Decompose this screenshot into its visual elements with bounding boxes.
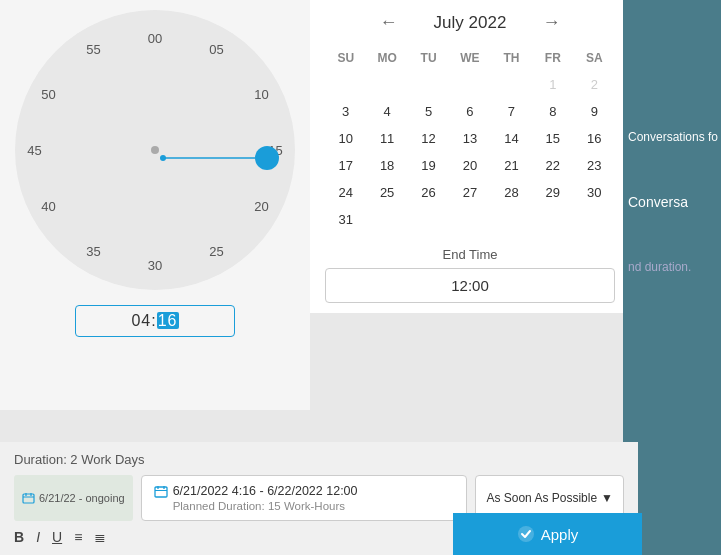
clock-face[interactable]: 00 05 10 15 20 25 30 35 40 45 50 55 [15,10,295,290]
calendar-day[interactable]: 14 [491,125,532,152]
clock-hands-svg [15,10,295,290]
date-range-calendar-icon [154,485,168,499]
svg-point-0 [151,146,159,154]
calendar-body: 1234567891011121314151617181920212223242… [325,71,615,233]
next-month-button[interactable]: → [536,10,566,35]
calendar-day[interactable]: 30 [574,179,615,206]
calendar-day[interactable]: 20 [449,152,490,179]
calendar-day[interactable]: 16 [574,125,615,152]
calendar-day[interactable]: 27 [449,179,490,206]
calendar-day [491,71,532,98]
calendar-day[interactable]: 23 [574,152,615,179]
calendar-day[interactable]: 2 [574,71,615,98]
cal-day-header: MO [366,47,407,71]
time-input-container[interactable]: 04:16 [75,305,235,337]
calendar-day[interactable]: 5 [408,98,449,125]
calendar-day[interactable]: 1 [532,71,573,98]
calendar-day [574,206,615,233]
dropdown-label: As Soon As Possible [486,491,597,505]
svg-rect-4 [23,494,34,503]
italic-button[interactable]: I [36,529,40,545]
main-container: 00 05 10 15 20 25 30 35 40 45 50 55 [0,0,721,555]
calendar-day[interactable]: 13 [449,125,490,152]
checkmark-icon [517,525,535,543]
calendar-week-row: 12 [325,71,615,98]
calendar-day [532,206,573,233]
calendar-day[interactable]: 3 [325,98,366,125]
apply-label: Apply [541,526,579,543]
duration-text: Duration: 2 Work Days [14,452,624,467]
calendar-week-row: 10111213141516 [325,125,615,152]
calendar-grid: SUMOTUWETHFRSA 1234567891011121314151617… [325,47,615,233]
end-time-section: End Time 12:00 [325,247,615,303]
calendar-week-row: 3456789 [325,98,615,125]
cal-day-header: SU [325,47,366,71]
calendar-week-row: 31 [325,206,615,233]
svg-point-3 [255,146,279,170]
calendar-day[interactable]: 21 [491,152,532,179]
calendar-week-row: 24252627282930 [325,179,615,206]
calendar-day[interactable]: 31 [325,206,366,233]
calendar-day [491,206,532,233]
calendar-day [366,71,407,98]
ordered-list-button[interactable]: ≡ [74,529,82,545]
cal-day-header: FR [532,47,573,71]
calendar-day[interactable]: 26 [408,179,449,206]
calendar-day [449,206,490,233]
time-display: 04:16 [131,312,178,329]
chevron-down-icon: ▼ [601,491,613,505]
calendar-day[interactable]: 19 [408,152,449,179]
calendar-day[interactable]: 25 [366,179,407,206]
svg-rect-8 [155,487,167,497]
calendar-area: ← July 2022 → SUMOTUWETHFRSA 12345678910… [310,0,630,313]
calendar-day[interactable]: 10 [325,125,366,152]
end-time-label: End Time [325,247,615,262]
sidebar-date-badge: 6/21/22 - ongoing [14,475,133,521]
underline-button[interactable]: U [52,529,62,545]
sidebar-date-label: 6/21/22 - ongoing [39,492,125,504]
calendar-header-row: SUMOTUWETHFRSA [325,47,615,71]
calendar-day[interactable]: 17 [325,152,366,179]
calendar-day[interactable]: 15 [532,125,573,152]
calendar-day [449,71,490,98]
calendar-day[interactable]: 29 [532,179,573,206]
cal-day-header: SA [574,47,615,71]
calendar-day[interactable]: 28 [491,179,532,206]
calendar-day[interactable]: 4 [366,98,407,125]
calendar-day [408,71,449,98]
cal-day-header: TU [408,47,449,71]
calendar-title: July 2022 [434,13,507,33]
time-minutes[interactable]: 16 [157,312,179,329]
sidebar-text-3: nd duration. [628,260,691,274]
calendar-day[interactable]: 9 [574,98,615,125]
cal-day-header: TH [491,47,532,71]
date-range-box[interactable]: 6/21/2022 4:16 - 6/22/2022 12:00 Planned… [141,475,468,521]
prev-month-button[interactable]: ← [374,10,404,35]
date-range-main: 6/21/2022 4:16 - 6/22/2022 12:00 [173,484,358,498]
calendar-day[interactable]: 7 [491,98,532,125]
bold-button[interactable]: B [14,529,24,545]
calendar-day [325,71,366,98]
sidebar-text-1: Conversations fo [628,130,718,144]
sidebar-text-2: Conversa [628,194,688,210]
end-time-value[interactable]: 12:00 [325,268,615,303]
unordered-list-button[interactable]: ≣ [94,529,106,545]
calendar-day[interactable]: 11 [366,125,407,152]
time-hours: 04 [131,312,151,329]
calendar-week-row: 17181920212223 [325,152,615,179]
calendar-day[interactable]: 8 [532,98,573,125]
svg-point-2 [160,155,166,161]
calendar-day[interactable]: 12 [408,125,449,152]
calendar-day [408,206,449,233]
apply-button[interactable]: Apply [453,513,642,555]
calendar-day [366,206,407,233]
calendar-day[interactable]: 24 [325,179,366,206]
calendar-header: ← July 2022 → [325,10,615,35]
calendar-day[interactable]: 18 [366,152,407,179]
time-picker-area: 00 05 10 15 20 25 30 35 40 45 50 55 [0,0,310,410]
cal-day-header: WE [449,47,490,71]
calendar-day[interactable]: 22 [532,152,573,179]
date-range-sub: Planned Duration: 15 Work-Hours [173,500,358,512]
calendar-icon-small [22,492,35,505]
calendar-day[interactable]: 6 [449,98,490,125]
